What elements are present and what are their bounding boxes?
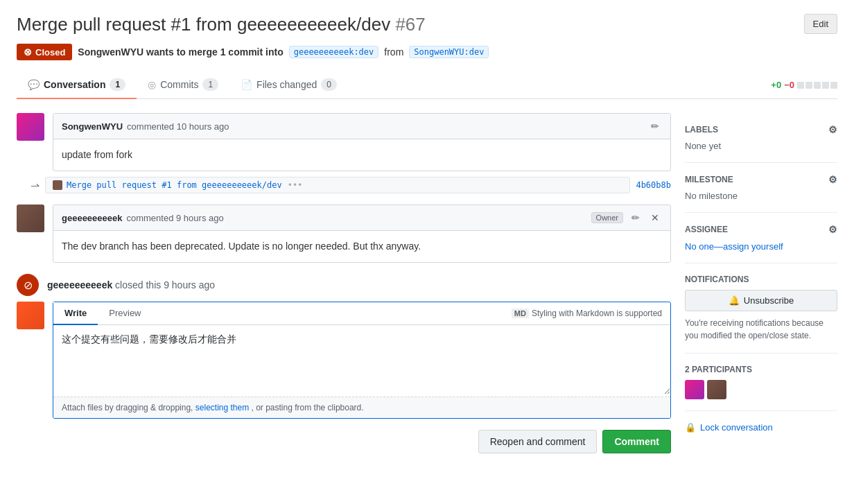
comment-text-2: The dev branch has been deprecated. Upda… [62,241,421,252]
tab-files-label: Files changed [256,79,317,90]
assignee-gear-icon[interactable]: ⚙ [828,224,837,235]
comment-2: geeeeeeeeeek commented 9 hours ago Owner… [17,205,671,263]
status-text: SongwenWYU wants to merge 1 commit into [78,46,283,58]
main-layout: SongwenWYU commented 10 hours ago ✏ upda… [17,113,837,459]
sidebar-assignee: Assignee ⚙ No one—assign yourself [685,213,837,263]
content-area: SongwenWYU commented 10 hours ago ✏ upda… [17,113,671,459]
markdown-note-text: Styling with Markdown is supported [532,309,662,318]
write-area: Write Preview MD Styling with Markdown i… [53,302,671,419]
tab-bar: 💬 Conversation 1 ◎ Commits 1 📄 Files cha… [17,71,837,99]
from-text: from [384,46,403,58]
sidebar-participants-header: 2 participants [685,365,837,374]
sidebar-assignee-header: Assignee ⚙ [685,224,837,235]
write-tab-write[interactable]: Write [53,302,98,325]
close-event-icon: ⊘ [17,274,39,296]
write-tab-preview[interactable]: Preview [98,302,152,325]
sidebar-milestone-header: Milestone ⚙ [685,174,837,185]
sidebar-lock: 🔒 Lock conversation [685,411,837,444]
edit-comment-2-btn[interactable]: ✏ [629,211,643,225]
comment-button[interactable]: Comment [602,430,671,453]
labels-title: Labels [685,125,718,134]
assignee-title: Assignee [685,225,728,234]
commit-ref-avatar [53,180,62,190]
sidebar-participants: 2 participants [685,354,837,411]
commit-ref-message[interactable]: Merge pull request #1 from geeeeeeeeeek/… [67,180,282,190]
unsubscribe-label: Unsubscribe [744,295,794,306]
edit-comment-1-btn[interactable]: ✏ [648,119,662,133]
sidebar-notifications-header: Notifications [685,275,837,284]
labels-value: None yet [685,141,837,151]
close-event: ⊘ geeeeeeeeeek closed this 9 hours ago [17,268,671,302]
additions-count: +0 [771,80,781,90]
markdown-note: MD Styling with Markdown is supported [512,302,670,324]
diff-block-2 [805,82,812,89]
edit-button[interactable]: Edit [804,14,837,34]
tab-conversation[interactable]: 💬 Conversation 1 [17,71,137,99]
notifications-text: You're receiving notifications because y… [685,317,837,342]
notifications-title: Notifications [685,275,749,284]
diff-bar [797,82,837,89]
comment-action-2: commented [126,213,173,223]
comment-header-left-2: geeeeeeeeeek commented 9 hours ago [62,213,224,223]
tab-conversation-label: Conversation [44,79,105,90]
status-badge-text: Closed [35,47,65,58]
milestone-gear-icon[interactable]: ⚙ [828,174,837,185]
commenter-name-2[interactable]: geeeeeeeeeek [62,213,122,223]
source-branch[interactable]: SongwenWYU:dev [409,46,489,58]
sidebar-labels: Labels ⚙ None yet [685,113,837,163]
comment-text-1: update from fork [62,149,132,160]
action-buttons: Reopen and comment Comment [53,430,671,453]
milestone-title: Milestone [685,175,733,184]
comment-textarea[interactable] [53,325,670,394]
bell-icon: 🔔 [729,295,740,306]
files-icon: 📄 [241,79,252,90]
write-comment-area: Write Preview MD Styling with Markdown i… [17,302,671,453]
assignee-value[interactable]: No one—assign yourself [685,241,783,252]
close-event-user[interactable]: geeeeeeeeeek [47,279,112,290]
tab-files-count: 0 [321,78,337,91]
attach-select-link[interactable]: selecting them [195,403,249,412]
comment-header-2: geeeeeeeeeek commented 9 hours ago Owner… [53,205,670,231]
tab-commits-count: 1 [202,78,218,91]
target-branch[interactable]: geeeeeeeeeek:dev [289,46,379,58]
comment-body-2: The dev branch has been deprecated. Upda… [53,231,670,262]
commenter-name-1[interactable]: SongwenWYU [62,121,123,132]
comment-box-1: SongwenWYU commented 10 hours ago ✏ upda… [53,113,671,171]
lock-icon: 🔒 [685,422,696,433]
participants-count: 2 participants [685,365,752,374]
attach-rest: , or pasting from the clipboard. [252,403,364,412]
commit-ref-ellipsis: ••• [288,180,303,190]
commit-ref-box: Merge pull request #1 from geeeeeeeeeek/… [45,177,630,193]
unsubscribe-button[interactable]: 🔔 Unsubscribe [685,290,837,311]
owner-badge: Owner [591,212,623,223]
comment-time-2: commented 9 hours ago [126,213,223,223]
diff-block-5 [830,82,837,89]
lock-label: Lock conversation [700,422,773,433]
participant-avatar-1[interactable] [685,380,704,399]
close-comment-2-btn[interactable]: ✕ [648,211,662,225]
deletions-count: −0 [784,80,794,90]
comment-1: SongwenWYU commented 10 hours ago ✏ upda… [17,113,671,171]
commit-hash[interactable]: 4b60b8b [636,180,671,190]
reopen-comment-button[interactable]: Reopen and comment [478,430,598,453]
comment-actions-1: ✏ [648,119,662,133]
diff-block-4 [822,82,829,89]
md-icon: MD [512,309,529,318]
sidebar: Labels ⚙ None yet Milestone ⚙ No milesto… [685,113,837,459]
attach-area: Attach files by dragging & dropping, sel… [53,397,670,418]
comment-header-1: SongwenWYU commented 10 hours ago ✏ [53,114,670,139]
tab-commits[interactable]: ◎ Commits 1 [137,71,229,99]
merge-icon: ⊗ [24,46,32,58]
attach-text: Attach files by dragging & dropping, [62,403,193,412]
pr-header: Merge pull request #1 from geeeeeeeeeek/… [17,14,837,35]
labels-gear-icon[interactable]: ⚙ [828,124,837,135]
status-bar: ⊗ Closed SongwenWYU wants to merge 1 com… [17,44,837,60]
participant-avatar-2[interactable] [707,380,726,399]
pr-title: Merge pull request #1 from geeeeeeeeeek/… [17,14,426,35]
lock-conversation[interactable]: 🔒 Lock conversation [685,422,837,433]
close-event-action: closed this [115,279,161,290]
tab-conversation-count: 1 [110,78,125,91]
tab-files-changed[interactable]: 📄 Files changed 0 [229,71,348,99]
comment-action-1: commented [127,121,174,132]
pr-title-text: Merge pull request #1 from geeeeeeeeeek/… [17,14,390,35]
